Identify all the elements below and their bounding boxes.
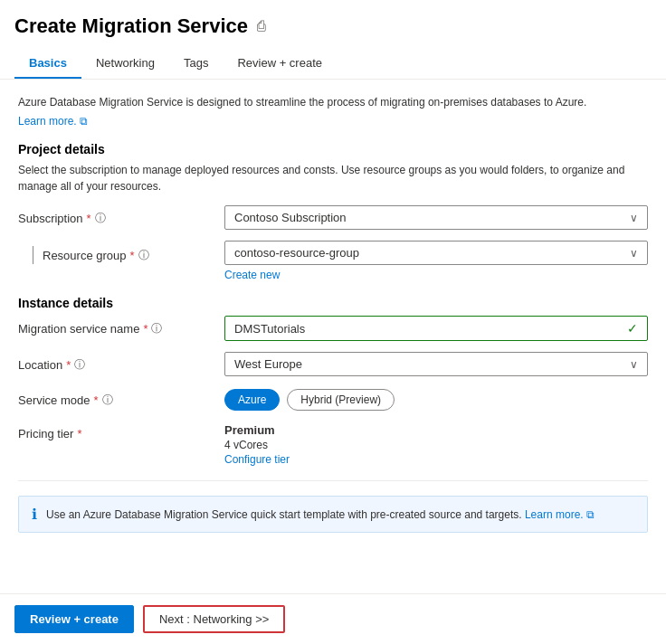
pricing-tier-cores: 4 vCores <box>224 439 648 451</box>
service-mode-row: Service mode * ⓘ Azure Hybrid (Preview) <box>18 387 648 411</box>
location-input-col: West Europe ∨ <box>224 352 648 376</box>
subscription-input-col: Contoso Subscription ∨ <box>224 205 648 230</box>
section-divider <box>18 480 648 481</box>
quick-start-info-icon: ℹ <box>32 506 37 523</box>
resource-group-required: * <box>130 249 135 262</box>
service-description: Azure Database Migration Service is desi… <box>18 94 648 110</box>
resource-group-label: Resource group <box>43 249 127 262</box>
service-mode-toggle: Azure Hybrid (Preview) <box>224 389 648 411</box>
migration-service-name-row: Migration service name * ⓘ DMSTutorials … <box>18 316 648 341</box>
service-mode-info-icon: ⓘ <box>102 393 113 408</box>
service-mode-label-col: Service mode * ⓘ <box>18 387 217 408</box>
next-networking-button[interactable]: Next : Networking >> <box>143 605 285 633</box>
pricing-tier-row: Pricing tier * Premium 4 vCores Configur… <box>18 421 648 466</box>
subscription-required: * <box>87 212 91 225</box>
resource-group-info-icon: ⓘ <box>138 248 149 263</box>
tab-basics[interactable]: Basics <box>14 49 81 79</box>
quick-start-text: Use an Azure Database Migration Service … <box>46 508 595 521</box>
location-dropdown[interactable]: West Europe ∨ <box>224 352 648 376</box>
service-mode-label: Service mode <box>18 393 90 407</box>
location-required: * <box>66 358 71 372</box>
migration-service-name-label-col: Migration service name * ⓘ <box>18 316 217 336</box>
service-mode-azure-button[interactable]: Azure <box>224 389 280 411</box>
migration-service-name-info-icon: ⓘ <box>151 321 162 336</box>
location-label-col: Location * ⓘ <box>18 352 217 373</box>
migration-service-name-check-icon: ✓ <box>627 321 638 336</box>
pricing-tier-name: Premium <box>224 423 648 437</box>
resource-group-dropdown[interactable]: contoso-resource-group ∨ <box>224 241 648 265</box>
service-mode-required: * <box>93 393 98 407</box>
quick-start-learn-more-link[interactable]: Learn more. ⧉ <box>525 508 595 521</box>
subscription-info-icon: ⓘ <box>95 211 106 226</box>
service-mode-input-col: Azure Hybrid (Preview) <box>224 387 648 411</box>
tab-review-create[interactable]: Review + create <box>223 49 337 79</box>
pricing-tier-input-col: Premium 4 vCores Configure tier <box>224 421 648 466</box>
project-details-title: Project details <box>18 142 648 156</box>
project-details-description: Select the subscription to manage deploy… <box>18 162 648 194</box>
pricing-tier-label: Pricing tier <box>18 427 73 440</box>
footer: Review + create Next : Networking >> <box>0 593 666 644</box>
instance-details-title: Instance details <box>18 296 648 310</box>
service-mode-hybrid-button[interactable]: Hybrid (Preview) <box>287 389 395 411</box>
location-info-icon: ⓘ <box>74 357 85 373</box>
resource-group-input-col: contoso-resource-group ∨ Create new <box>224 241 648 281</box>
tab-bar: Basics Networking Tags Review + create <box>0 42 666 80</box>
quick-start-banner: ℹ Use an Azure Database Migration Servic… <box>18 496 648 533</box>
location-label: Location <box>18 358 62 372</box>
resource-group-chevron-icon: ∨ <box>630 247 638 260</box>
migration-service-name-input[interactable]: DMSTutorials ✓ <box>224 316 648 341</box>
resource-group-row: Resource group * ⓘ contoso-resource-grou… <box>18 241 648 281</box>
migration-service-name-label: Migration service name <box>18 322 139 336</box>
subscription-label-col: Subscription * ⓘ <box>18 205 217 226</box>
pricing-tier-required: * <box>77 427 81 440</box>
location-chevron-icon: ∨ <box>630 358 638 371</box>
migration-service-name-input-col: DMSTutorials ✓ <box>224 316 648 341</box>
page-title: Create Migration Service <box>14 14 248 38</box>
print-icon[interactable]: ⎙ <box>257 18 266 34</box>
tab-networking[interactable]: Networking <box>81 49 169 79</box>
location-row: Location * ⓘ West Europe ∨ <box>18 352 648 376</box>
page-header: Create Migration Service ⎙ <box>0 0 666 38</box>
resource-group-label-col: Resource group * ⓘ <box>18 241 217 264</box>
subscription-label: Subscription <box>18 212 83 225</box>
configure-tier-link[interactable]: Configure tier <box>224 453 290 466</box>
subscription-dropdown[interactable]: Contoso Subscription ∨ <box>224 205 648 230</box>
main-content: Azure Database Migration Service is desi… <box>0 80 666 620</box>
pricing-tier-info: Premium 4 vCores Configure tier <box>224 423 648 466</box>
subscription-row: Subscription * ⓘ Contoso Subscription ∨ <box>18 205 648 230</box>
create-new-link[interactable]: Create new <box>224 269 280 281</box>
tab-tags[interactable]: Tags <box>169 49 223 79</box>
subscription-chevron-icon: ∨ <box>630 212 638 224</box>
review-create-button[interactable]: Review + create <box>14 605 134 633</box>
migration-service-name-required: * <box>143 322 147 336</box>
pricing-tier-label-col: Pricing tier * <box>18 421 217 440</box>
info-learn-more-link[interactable]: Learn more. ⧉ <box>18 115 88 128</box>
